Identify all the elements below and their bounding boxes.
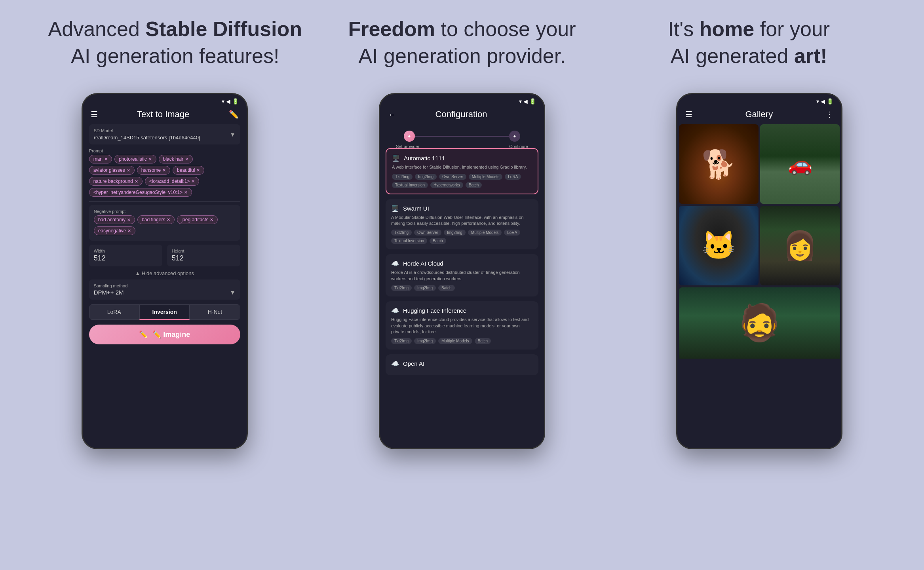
more-options-icon[interactable]: ⋮ — [825, 110, 833, 119]
chip-bad-fingers[interactable]: bad fingers✕ — [137, 215, 175, 224]
provider-automatic1111[interactable]: 🖥️ Automatic 1111 A web interface for St… — [386, 148, 538, 194]
sd-model-value: realDream_14SD15.safetensors [1b4b64e440… — [94, 135, 200, 141]
edit-icon[interactable]: ✏️ — [229, 110, 239, 119]
chip-easynegative-remove[interactable]: ✕ — [127, 228, 131, 234]
phone-configuration: ▾ ◀ 🔋 ← Configuration ● ● Set provider C… — [379, 93, 545, 449]
phone3-status-icons: ▾ ◀ 🔋 — [816, 98, 833, 104]
chip-black-hair-remove[interactable]: ✕ — [185, 157, 188, 162]
chip-hyper-net[interactable]: <hyper_net:yandereGesugaoStyle_v10:1>✕ — [89, 188, 192, 197]
chip-bad-fingers-remove[interactable]: ✕ — [167, 217, 170, 222]
tab-hnet[interactable]: H-Net — [190, 304, 240, 320]
height-field[interactable]: Height 512 — [167, 245, 240, 266]
provider-swarm-ui[interactable]: 🖥️ Swarm UI A Modular Stable Diffusion W… — [386, 199, 538, 250]
chip-hyper-net-remove[interactable]: ✕ — [184, 190, 188, 195]
neg-prompt-chips: bad anatomy✕ bad fingers✕ jpeg artifacts… — [94, 215, 236, 235]
phone-text-to-image: ▾ ◀ 🔋 ☰ Text to Image ✏️ SD Model realDr… — [82, 93, 248, 449]
provider-auto-header: 🖥️ Automatic 1111 — [392, 154, 532, 162]
step-2-circle: ● — [509, 131, 520, 142]
sd-model-dropdown-icon[interactable]: ▼ — [230, 131, 236, 138]
chip-man[interactable]: man✕ — [89, 155, 112, 163]
phone1-content: SD Model realDream_14SD15.safetensors [1… — [83, 124, 247, 448]
headline-2-normal: to choose your — [435, 17, 576, 40]
tag-own-server: Own Server — [439, 174, 466, 180]
chip-easynegative[interactable]: easynegative✕ — [94, 226, 136, 235]
chip-lora[interactable]: <lora:add_detail:1>✕ — [145, 177, 200, 186]
cloud-icon-horde: ☁️ — [391, 260, 399, 267]
sd-model-field[interactable]: SD Model realDream_14SD15.safetensors [1… — [89, 124, 240, 144]
chip-nature-bg-remove[interactable]: ✕ — [135, 179, 138, 184]
neg-prompt-field: Negative prompt bad anatomy✕ bad fingers… — [89, 205, 240, 241]
chip-bad-anatomy-remove[interactable]: ✕ — [127, 217, 131, 222]
provider-open-ai[interactable]: ☁️ Open AI — [386, 354, 538, 375]
tag-s-lora: LoRA — [504, 230, 520, 236]
gallery-item-car[interactable]: 🚗 — [760, 124, 840, 204]
gallery-item-woman[interactable]: 👩 — [760, 206, 840, 285]
provider-hf-header: ☁️ Hugging Face Inference — [391, 307, 533, 314]
width-field[interactable]: Width 512 — [89, 245, 162, 266]
provider-swarm-header: 🖥️ Swarm UI — [391, 205, 533, 212]
phone2-header: ← Configuration — [380, 106, 544, 124]
phone2-status-icons: ▾ ◀ 🔋 — [519, 98, 536, 104]
chip-black-hair[interactable]: black hair✕ — [159, 155, 193, 163]
tag-s-txt2img: Txt2Img — [391, 230, 412, 236]
tab-inversion[interactable]: Inversion — [139, 304, 190, 320]
provider-auto-desc: A web interface for Stable Diffusion, im… — [392, 164, 532, 170]
tag-hf-batch: Batch — [475, 338, 491, 344]
wifi-icon-2: ▾ — [519, 98, 522, 104]
provider-swarm-tags: Txt2Img Own Server Img2Img Multiple Mode… — [391, 230, 533, 244]
hide-advanced-btn[interactable]: ▲ Hide advanced options — [89, 270, 240, 276]
tag-s-textual-inversion: Textual Inversion — [391, 238, 427, 244]
chip-aviator-glasses[interactable]: aviator glasses✕ — [89, 166, 135, 175]
sampling-label: Sampling method — [94, 283, 236, 288]
step-2-label: Configure — [509, 144, 528, 149]
chip-lora-remove[interactable]: ✕ — [191, 179, 195, 184]
gallery-item-man[interactable]: 🧔 — [679, 287, 840, 448]
tag-hypernetworks: Hypernetworks — [430, 182, 463, 188]
headline-2-sub: AI generation provider. — [358, 44, 565, 67]
hamburger-icon[interactable]: ☰ — [91, 110, 98, 119]
provider-horde-ai[interactable]: ☁️ Horde AI Cloud Horde AI is a crowdsou… — [386, 254, 538, 296]
phone1-status-icons: ▾ ◀ 🔋 — [222, 98, 239, 104]
chip-beautiful-remove[interactable]: ✕ — [196, 168, 200, 173]
height-value: 512 — [172, 254, 236, 262]
prompt-label: Prompt — [89, 148, 240, 153]
sampling-field[interactable]: Sampling method DPM++ 2M ▼ — [89, 279, 240, 300]
chip-jpeg-artifacts[interactable]: jpeg artifacts✕ — [177, 215, 218, 224]
provider-auto-name: Automatic 1111 — [404, 155, 445, 162]
imagine-button[interactable]: ✏️ ✏️ Imagine — [89, 325, 240, 344]
tag-multiple-models: Multiple Models — [469, 174, 502, 180]
tab-lora[interactable]: LoRA — [89, 304, 139, 320]
chip-photorealistic[interactable]: photorealistic✕ — [114, 155, 156, 163]
provider-hf-desc: Hugging Face inference cloud provides a … — [391, 317, 533, 335]
headline-1-bold: Stable Diffusion — [145, 17, 302, 40]
back-icon[interactable]: ← — [388, 110, 396, 119]
chip-man-remove[interactable]: ✕ — [104, 157, 108, 162]
chip-aviator-glasses-remove[interactable]: ✕ — [127, 168, 130, 173]
sd-model-label: SD Model — [94, 128, 200, 133]
chip-bad-anatomy[interactable]: bad anatomy✕ — [94, 215, 135, 224]
chip-jpeg-artifacts-remove[interactable]: ✕ — [210, 217, 213, 222]
sampling-dropdown-icon[interactable]: ▼ — [230, 289, 236, 296]
headline-1: Advanced Stable Diffusion AI generation … — [32, 16, 319, 69]
divider-1 — [89, 201, 240, 202]
tag-txt2img: Txt2Img — [392, 174, 413, 180]
provider-horde-name: Horde AI Cloud — [403, 260, 443, 267]
cloud-icon-hf: ☁️ — [391, 307, 399, 314]
chip-hansome-remove[interactable]: ✕ — [162, 168, 166, 173]
gallery-item-cat[interactable]: 🐱 — [679, 206, 759, 285]
hamburger-icon-3[interactable]: ☰ — [685, 110, 692, 119]
width-value: 512 — [94, 254, 158, 262]
provider-horde-desc: Horde AI is a crowdsourced distributed c… — [391, 270, 533, 282]
tag-h-txt2img: Txt2Img — [391, 285, 412, 291]
tag-h-img2img: Img2Img — [414, 285, 436, 291]
chip-nature-background[interactable]: nature background✕ — [89, 177, 143, 186]
chip-beautiful[interactable]: beautiful✕ — [173, 166, 204, 175]
provider-hugging-face[interactable]: ☁️ Hugging Face Inference Hugging Face i… — [386, 301, 538, 350]
neg-prompt-label: Negative prompt — [94, 209, 236, 214]
tag-s-multiple-models: Multiple Models — [468, 230, 502, 236]
chip-hansome[interactable]: hansome✕ — [137, 166, 170, 175]
chip-photorealistic-remove[interactable]: ✕ — [148, 157, 152, 162]
provider-swarm-desc: A Modular Stable Diffusion Web-User-Inte… — [391, 215, 533, 227]
provider-horde-header: ☁️ Horde AI Cloud — [391, 260, 533, 267]
gallery-item-dog[interactable]: 🐕 — [679, 124, 759, 204]
